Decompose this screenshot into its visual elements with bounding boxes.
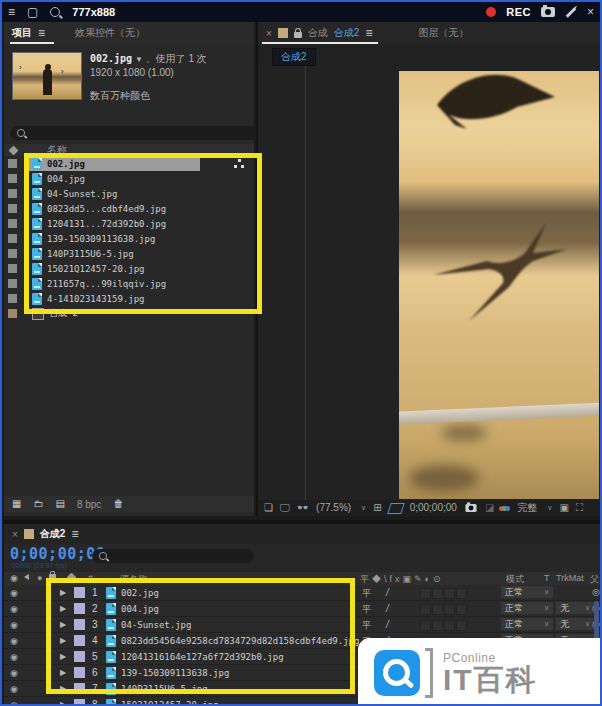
expand-triangle-icon[interactable]: ▶ xyxy=(60,668,66,677)
visibility-eye-icon[interactable]: ◉ xyxy=(10,604,18,614)
annotate-pen-icon[interactable] xyxy=(566,7,577,18)
label-color-chip[interactable] xyxy=(8,219,17,228)
chevron-down-icon[interactable]: ▼ xyxy=(135,55,143,64)
label-color-chip[interactable] xyxy=(8,264,17,273)
switch-placeholder[interactable] xyxy=(432,588,443,599)
layer-label-chip[interactable] xyxy=(74,683,85,694)
project-list-item[interactable]: 211657q...99ilqqiv.jpg xyxy=(4,276,254,291)
expand-triangle-icon[interactable]: ▶ xyxy=(60,620,66,629)
quality-switch-icon[interactable]: / xyxy=(386,619,389,630)
show-snapshot-icon[interactable]: ◪ xyxy=(485,503,494,513)
timeline-layer-row[interactable]: ◉ ▶ 1 002.jpg 平 / 正常∨ ∨ ◎ xyxy=(4,585,600,601)
target-region-icon[interactable]: ▣ xyxy=(559,503,568,513)
trkmat-select[interactable]: 无∨ xyxy=(556,618,594,630)
region-of-interest-icon[interactable] xyxy=(387,503,405,514)
tab-layer[interactable]: 图层（无） xyxy=(418,26,468,40)
current-timecode[interactable]: 0;00;00;00 xyxy=(10,545,105,563)
panel-menu-icon[interactable]: ≡ xyxy=(71,528,78,540)
layer-label-chip[interactable] xyxy=(74,635,85,646)
project-list-item[interactable]: 4-141023143159.jpg xyxy=(4,291,254,306)
new-folder-icon[interactable]: 🗀 xyxy=(33,499,43,509)
timeline-search-input[interactable] xyxy=(92,549,254,563)
project-list-item[interactable]: 0823dd5...cdbf4ed9.jpg xyxy=(4,201,254,216)
timeline-layer-row[interactable]: ◉ ▶ 3 04-Sunset.jpg 平 / 正常∨ 无∨ ◎ xyxy=(4,617,600,633)
project-list-item[interactable]: 1204131...72d392b0.jpg xyxy=(4,216,254,231)
expand-triangle-icon[interactable]: ▶ xyxy=(60,684,66,693)
project-list-item[interactable]: 002.jpg xyxy=(4,156,254,171)
switch-placeholder[interactable] xyxy=(444,604,455,615)
switch-placeholder[interactable] xyxy=(432,604,443,615)
expand-triangle-icon[interactable]: ▶ xyxy=(60,588,66,597)
visibility-eye-icon[interactable]: ◉ xyxy=(10,684,18,694)
switch-placeholder[interactable] xyxy=(456,604,467,615)
tab-project[interactable]: 项目 xyxy=(12,26,32,40)
label-color-chip[interactable] xyxy=(8,279,17,288)
quality-switch-icon[interactable]: / xyxy=(386,603,389,614)
panel-menu-icon[interactable]: ≡ xyxy=(365,27,372,39)
switch-placeholder[interactable] xyxy=(432,620,443,631)
close-tab-icon[interactable]: × xyxy=(12,529,18,540)
switch-placeholder[interactable] xyxy=(444,620,455,631)
lock-icon[interactable] xyxy=(294,32,302,38)
resolution-select[interactable]: 完整 xyxy=(517,503,537,513)
layer-label-chip[interactable] xyxy=(74,651,85,662)
close-icon[interactable]: × xyxy=(587,6,594,18)
tab-composition-name[interactable]: 合成2 xyxy=(334,26,360,40)
tab-effect-controls[interactable]: 效果控件（无） xyxy=(75,26,145,40)
layer-label-chip[interactable] xyxy=(74,603,85,614)
label-color-chip[interactable] xyxy=(8,159,17,168)
switch-placeholder[interactable] xyxy=(420,620,431,631)
label-color-chip[interactable] xyxy=(8,234,17,243)
pixel-aspect-icon[interactable]: ⛶ xyxy=(576,503,583,513)
close-tab-icon[interactable]: × xyxy=(266,28,272,39)
composition-canvas[interactable] xyxy=(258,66,602,500)
project-list-item[interactable]: 139-150309113638.jpg xyxy=(4,231,254,246)
label-color-chip[interactable] xyxy=(8,309,17,318)
project-list-item[interactable]: 15021Q12457-20.jpg xyxy=(4,261,254,276)
zoom-select[interactable]: (77.5%) xyxy=(316,503,351,513)
interpret-footage-icon[interactable]: ▦ xyxy=(12,499,21,509)
blend-mode-select[interactable]: 正常∨ xyxy=(501,602,553,614)
channel-icon[interactable] xyxy=(501,506,510,511)
project-list-item[interactable]: 140P3115U6-5.jpg xyxy=(4,246,254,261)
shy-switch-icon[interactable]: 平 xyxy=(362,619,371,632)
project-list-item[interactable]: 合成 2 xyxy=(4,306,254,321)
snapshot-camera-icon[interactable] xyxy=(465,504,476,512)
label-color-chip[interactable] xyxy=(8,189,17,198)
visibility-eye-icon[interactable]: ◉ xyxy=(10,636,18,646)
quality-switch-icon[interactable]: / xyxy=(386,587,389,598)
new-composition-icon[interactable]: ▤ xyxy=(55,499,64,509)
bit-depth-label[interactable]: 8 bpc xyxy=(77,499,101,510)
trash-icon[interactable]: 🗑 xyxy=(113,499,123,509)
project-list-item[interactable]: 004.jpg xyxy=(4,171,254,186)
shy-switch-icon[interactable]: 平 xyxy=(362,587,371,600)
parent-pickwhip-icon[interactable]: ◎ xyxy=(592,587,600,597)
switch-placeholder[interactable] xyxy=(456,588,467,599)
expand-triangle-icon[interactable]: ▶ xyxy=(60,636,66,645)
screenshot-camera-icon[interactable] xyxy=(541,7,555,17)
visibility-eye-icon[interactable]: ◉ xyxy=(10,588,18,598)
project-list-item[interactable]: 04-Sunset.jpg xyxy=(4,186,254,201)
composition-selector[interactable]: 合成2 xyxy=(272,48,316,66)
switch-placeholder[interactable] xyxy=(444,588,455,599)
label-color-chip[interactable] xyxy=(8,249,17,258)
trkmat-select[interactable]: 无∨ xyxy=(556,602,594,614)
visibility-eye-icon[interactable]: ◉ xyxy=(10,668,18,678)
label-color-chip[interactable] xyxy=(8,204,17,213)
switch-placeholder[interactable] xyxy=(420,588,431,599)
mask-visibility-icon[interactable]: 👓 xyxy=(297,503,309,513)
layer-label-chip[interactable] xyxy=(74,667,85,678)
expand-triangle-icon[interactable]: ▶ xyxy=(60,700,66,706)
monitor-icon[interactable]: 🖵 xyxy=(280,503,290,513)
shy-switch-icon[interactable]: 平 xyxy=(362,603,371,616)
visibility-eye-icon[interactable]: ◉ xyxy=(10,652,18,662)
visibility-eye-icon[interactable]: ◉ xyxy=(10,620,18,630)
hamburger-menu-icon[interactable]: ≡ xyxy=(8,6,15,18)
visibility-eye-icon[interactable]: ◉ xyxy=(10,700,18,706)
project-search-input[interactable] xyxy=(10,126,258,140)
expand-triangle-icon[interactable]: ▶ xyxy=(60,604,66,613)
label-color-chip[interactable] xyxy=(8,294,17,303)
viewer-timecode[interactable]: 0;00;00;00 xyxy=(410,503,457,513)
layer-label-chip[interactable] xyxy=(74,699,85,706)
search-icon[interactable] xyxy=(50,7,60,17)
